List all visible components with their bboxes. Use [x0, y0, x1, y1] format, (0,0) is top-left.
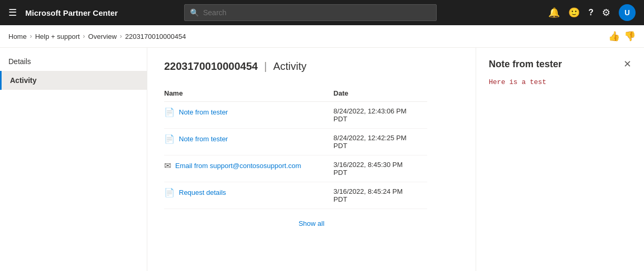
- breadcrumb-help-support[interactable]: Help + support: [35, 33, 80, 40]
- activity-name-cell: 📄Request details: [164, 182, 334, 209]
- search-bar[interactable]: 🔍: [184, 4, 437, 21]
- doc-icon: 📄: [164, 134, 175, 144]
- breadcrumb-sep-3: ›: [120, 33, 122, 40]
- side-panel-close-button[interactable]: ✕: [623, 58, 631, 70]
- col-header-date: Date: [334, 85, 427, 102]
- side-panel-title: Note from tester: [489, 59, 562, 70]
- top-nav: ☰ Microsoft Partner Center 🔍 🔔 🙂 ? ⚙ U: [0, 0, 644, 25]
- activity-date-cell: 3/16/2022, 8:45:30 PMPDT: [334, 155, 427, 182]
- help-icon[interactable]: ?: [588, 8, 593, 17]
- sidebar-item-details[interactable]: Details: [0, 52, 147, 71]
- page-title-id: 2203170010000454: [164, 60, 258, 72]
- breadcrumb-ticket-id: 2203170010000454: [125, 33, 186, 40]
- page-header: 2203170010000454 | Activity: [164, 60, 459, 72]
- page-title-divider: |: [264, 60, 267, 72]
- breadcrumb-actions: 👍 👎: [608, 30, 636, 42]
- activity-link-0[interactable]: Note from tester: [179, 108, 228, 116]
- activity-name-cell: 📄Note from tester: [164, 102, 334, 129]
- activity-link-1[interactable]: Note from tester: [179, 135, 228, 143]
- app-title: Microsoft Partner Center: [25, 8, 118, 17]
- activity-name-cell: ✉Email from support@contososupport.com: [164, 155, 334, 182]
- breadcrumb-sep-2: ›: [83, 33, 85, 40]
- nav-icons-group: 🔔 🙂 ? ⚙ U: [548, 4, 636, 21]
- sidebar-item-activity[interactable]: Activity: [0, 71, 147, 90]
- thumbup-button[interactable]: 👍: [608, 30, 620, 42]
- doc-icon: 📄: [164, 107, 175, 117]
- email-icon: ✉: [164, 161, 171, 171]
- activity-table: Name Date 📄Note from tester8/24/2022, 12…: [164, 85, 427, 209]
- doc-icon: 📄: [164, 187, 175, 197]
- side-panel-content: Here is a test: [489, 78, 631, 86]
- page-title-section: Activity: [273, 60, 306, 72]
- activity-date-cell: 8/24/2022, 12:42:25 PMPDT: [334, 129, 427, 155]
- hamburger-icon[interactable]: ☰: [8, 7, 17, 18]
- search-input[interactable]: [203, 8, 431, 17]
- main-layout: Details Activity 2203170010000454 | Acti…: [0, 48, 644, 271]
- activity-name-cell: 📄Note from tester: [164, 129, 334, 155]
- table-row: 📄Request details3/16/2022, 8:45:24 PMPDT: [164, 182, 427, 209]
- bell-icon[interactable]: 🔔: [548, 7, 560, 18]
- side-panel-header: Note from tester ✕: [489, 58, 631, 70]
- breadcrumb-overview[interactable]: Overview: [88, 33, 117, 40]
- col-header-name: Name: [164, 85, 334, 102]
- avatar[interactable]: U: [619, 4, 636, 21]
- table-row: ✉Email from support@contososupport.com3/…: [164, 155, 427, 182]
- activity-date-cell: 8/24/2022, 12:43:06 PMPDT: [334, 102, 427, 129]
- table-row: 📄Note from tester8/24/2022, 12:43:06 PMP…: [164, 102, 427, 129]
- breadcrumb-sep-1: ›: [30, 33, 32, 40]
- activity-date-cell: 3/16/2022, 8:45:24 PMPDT: [334, 182, 427, 209]
- side-panel: Note from tester ✕ Here is a test: [476, 48, 644, 271]
- sidebar-activity-label: Activity: [10, 76, 37, 85]
- breadcrumb: Home › Help + support › Overview › 22031…: [0, 25, 644, 48]
- show-all-link[interactable]: Show all: [164, 220, 459, 227]
- thumbdown-button[interactable]: 👎: [624, 30, 636, 42]
- activity-link-2[interactable]: Email from support@contososupport.com: [175, 162, 301, 170]
- sidebar-details-label: Details: [8, 57, 31, 66]
- search-icon: 🔍: [190, 8, 199, 17]
- breadcrumb-home[interactable]: Home: [8, 33, 27, 40]
- activity-link-3[interactable]: Request details: [179, 189, 226, 196]
- sidebar: Details Activity: [0, 48, 147, 271]
- table-row: 📄Note from tester8/24/2022, 12:42:25 PMP…: [164, 129, 427, 155]
- gear-icon[interactable]: ⚙: [602, 7, 610, 18]
- emoji-icon[interactable]: 🙂: [568, 7, 580, 18]
- content-area: 2203170010000454 | Activity Name Date 📄N…: [147, 48, 476, 271]
